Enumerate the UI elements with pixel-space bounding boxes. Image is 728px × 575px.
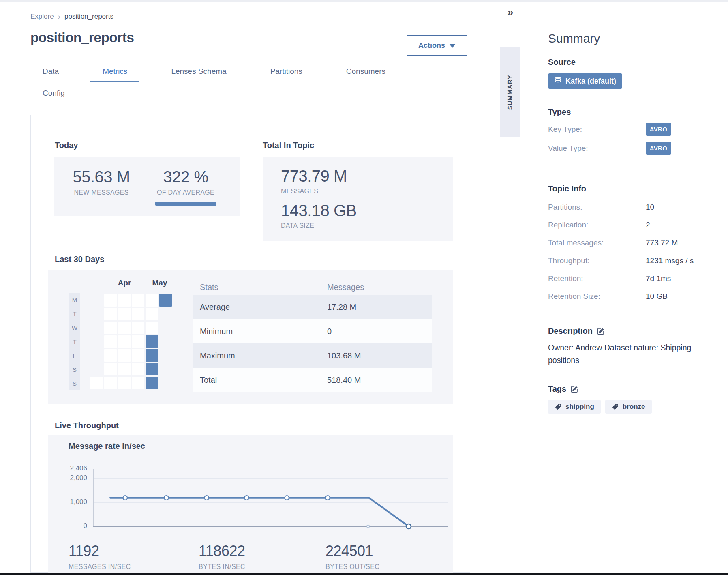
tag-icon — [612, 403, 619, 410]
key-type-label: Key Type: — [548, 125, 646, 134]
topic-info-heading: Topic Info — [548, 184, 720, 193]
heatmap-cell — [90, 294, 103, 307]
retention-value: 7d 1ms — [646, 274, 720, 283]
heatmap-cell — [90, 322, 103, 334]
heatmap-cell — [104, 349, 117, 362]
tags-heading-label: Tags — [548, 384, 566, 394]
heatmap-cell — [132, 308, 144, 320]
edit-tags-icon[interactable] — [570, 385, 579, 393]
heatmap-day-labels: M T W T F S S — [69, 293, 80, 390]
messages-header-label: Messages — [320, 283, 432, 292]
replication-value: 2 — [646, 221, 720, 230]
new-messages-value: 55.63 M — [61, 168, 142, 185]
day-label-tue: T — [69, 307, 80, 320]
total-value: 518.40 M — [320, 375, 432, 385]
edit-description-icon[interactable] — [597, 327, 605, 335]
heatmap-cell — [159, 335, 172, 348]
actions-button[interactable]: Actions — [407, 35, 467, 56]
heatmap-cell — [118, 308, 131, 320]
throughput-value: 1231 msgs / s — [646, 256, 720, 265]
total-in-topic-panel: 773.79 M MESSAGES 143.18 GB DATA SIZE — [263, 157, 453, 241]
breadcrumb-chevron-icon: › — [58, 12, 60, 21]
total-in-topic-heading: Total In Topic — [263, 141, 314, 150]
heatmap-row-F4 — [90, 349, 173, 363]
header-divider — [30, 60, 467, 60]
minimum-value: 0 — [320, 327, 432, 336]
caret-down-icon — [449, 44, 456, 48]
today-heading: Today — [55, 141, 78, 150]
last-30-days-stats-table: Stats Messages Average 17.28 M Minimum 0… — [193, 279, 432, 392]
retention-size-value: 10 GB — [646, 292, 720, 301]
heatmap-cell — [118, 377, 131, 389]
tab-bar-row2: Config — [30, 84, 77, 104]
day-average-value: 322 % — [145, 168, 226, 185]
maximum-label: Maximum — [193, 351, 320, 360]
breadcrumb-explore-link[interactable]: Explore — [30, 13, 54, 21]
heatmap-cell — [146, 322, 158, 334]
total-messages-row: Total messages: 773.72 M — [548, 234, 720, 252]
heatmap-cell — [146, 363, 158, 375]
day-label-sun: S — [69, 377, 80, 390]
retention-size-row: Retention Size: 10 GB — [548, 288, 720, 305]
heatmap-cell — [159, 322, 172, 334]
tag-chip-shipping[interactable]: shipping — [548, 400, 601, 414]
page-title: position_reports — [30, 30, 134, 45]
heatmap-cell — [132, 322, 144, 334]
tag-shipping-label: shipping — [565, 403, 594, 411]
heatmap-cell — [104, 363, 117, 375]
messages-in-sec-value: 1192 — [69, 543, 131, 560]
stats-table-header: Stats Messages — [193, 279, 432, 295]
total-messages-label: Total messages: — [548, 238, 646, 247]
collapse-panel-button[interactable]: » — [500, 4, 520, 20]
data-size-value: 143.18 GB — [281, 202, 453, 219]
throughput-row: Throughput: 1231 msgs / s — [548, 252, 720, 270]
calendar-heatmap — [90, 294, 173, 390]
heatmap-cell — [159, 308, 172, 320]
heatmap-cell — [146, 377, 158, 389]
source-heading: Source — [548, 58, 720, 67]
heatmap-month-apr: Apr — [112, 279, 137, 288]
heatmap-row-S5 — [90, 363, 173, 377]
total-label: Total — [193, 375, 320, 385]
topic-metrics-page: Explore › position_reports position_repo… — [0, 0, 728, 575]
table-row-average: Average 17.28 M — [193, 295, 432, 319]
breadcrumb: Explore › position_reports — [30, 12, 113, 21]
throughput-label: Throughput: — [548, 256, 646, 265]
kafka-source-badge[interactable]: Kafka (default) — [548, 73, 622, 89]
tab-metrics[interactable]: Metrics — [90, 62, 139, 82]
description-heading: Description — [548, 326, 720, 336]
tab-data[interactable]: Data — [30, 62, 71, 82]
heatmap-cell — [118, 322, 131, 334]
replication-row: Replication: 2 — [548, 216, 720, 234]
summary-title: Summary — [548, 32, 720, 45]
heatmap-row-T1 — [90, 308, 173, 322]
bytes-in-sec-label: BYTES IN/SEC — [199, 563, 245, 571]
new-messages-label: NEW MESSAGES — [61, 189, 142, 196]
bytes-in-sec-stat: 118622 BYTES IN/SEC — [199, 543, 245, 571]
heatmap-cell — [90, 349, 103, 362]
kafka-source-badge-label: Kafka (default) — [565, 77, 616, 86]
heatmap-cell — [90, 335, 103, 348]
tab-consumers[interactable]: Consumers — [334, 62, 398, 82]
partitions-row: Partitions: 10 — [548, 198, 720, 216]
database-icon — [554, 76, 562, 86]
live-throughput-panel: Message rate In/sec 2,406 2,000 1,000 0 … — [48, 435, 453, 573]
heatmap-row-M0 — [90, 294, 173, 308]
day-label-thu: T — [69, 335, 80, 348]
tab-lenses-schema[interactable]: Lenses Schema — [159, 62, 238, 82]
heatmap-cell — [104, 294, 117, 307]
heatmap-cell — [132, 377, 144, 389]
tab-partitions[interactable]: Partitions — [258, 62, 315, 82]
heatmap-cell — [132, 294, 144, 307]
heatmap-cell — [146, 335, 158, 348]
heatmap-cell — [159, 349, 172, 362]
heatmap-cell — [132, 363, 144, 375]
heatmap-row-S6 — [90, 377, 173, 390]
bytes-out-sec-value: 224501 — [325, 543, 379, 560]
heatmap-cell — [159, 294, 172, 307]
tab-config[interactable]: Config — [30, 84, 77, 104]
summary-vertical-tab[interactable]: SUMMARY — [500, 47, 520, 137]
retention-row: Retention: 7d 1ms — [548, 270, 720, 288]
data-size-label: DATA SIZE — [281, 222, 453, 230]
tag-chip-bronze[interactable]: bronze — [605, 400, 652, 414]
